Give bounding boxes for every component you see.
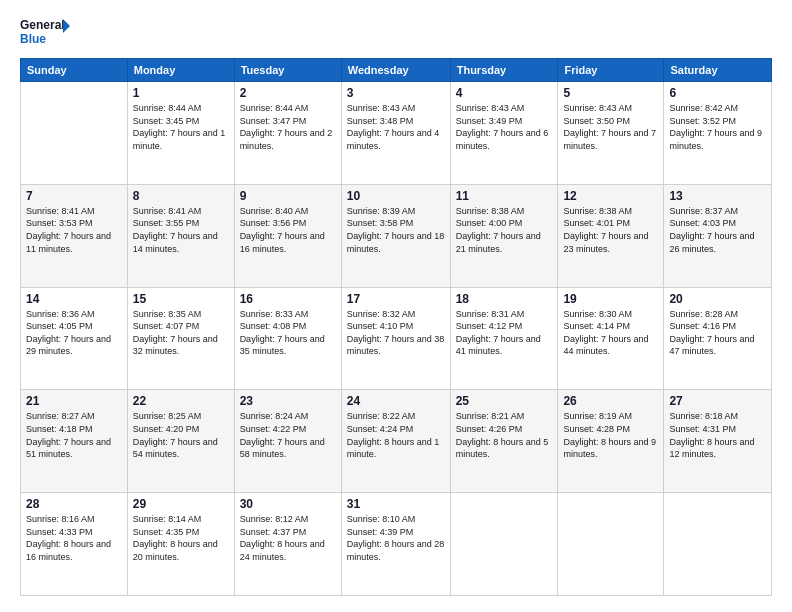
day-number: 15 <box>133 292 229 306</box>
day-number: 14 <box>26 292 122 306</box>
calendar-cell: 25Sunrise: 8:21 AMSunset: 4:26 PMDayligh… <box>450 390 558 493</box>
calendar-cell: 20Sunrise: 8:28 AMSunset: 4:16 PMDayligh… <box>664 287 772 390</box>
day-number: 16 <box>240 292 336 306</box>
day-number: 27 <box>669 394 766 408</box>
day-number: 3 <box>347 86 445 100</box>
week-row-4: 21Sunrise: 8:27 AMSunset: 4:18 PMDayligh… <box>21 390 772 493</box>
day-info: Sunrise: 8:32 AMSunset: 4:10 PMDaylight:… <box>347 308 445 358</box>
day-info: Sunrise: 8:21 AMSunset: 4:26 PMDaylight:… <box>456 410 553 460</box>
day-info: Sunrise: 8:33 AMSunset: 4:08 PMDaylight:… <box>240 308 336 358</box>
day-info: Sunrise: 8:25 AMSunset: 4:20 PMDaylight:… <box>133 410 229 460</box>
day-info: Sunrise: 8:44 AMSunset: 3:45 PMDaylight:… <box>133 102 229 152</box>
calendar-cell: 24Sunrise: 8:22 AMSunset: 4:24 PMDayligh… <box>341 390 450 493</box>
calendar-cell <box>21 82 128 185</box>
day-number: 20 <box>669 292 766 306</box>
day-number: 5 <box>563 86 658 100</box>
calendar-cell: 9Sunrise: 8:40 AMSunset: 3:56 PMDaylight… <box>234 184 341 287</box>
week-row-3: 14Sunrise: 8:36 AMSunset: 4:05 PMDayligh… <box>21 287 772 390</box>
calendar-cell: 3Sunrise: 8:43 AMSunset: 3:48 PMDaylight… <box>341 82 450 185</box>
calendar-cell <box>558 493 664 596</box>
day-number: 21 <box>26 394 122 408</box>
day-info: Sunrise: 8:40 AMSunset: 3:56 PMDaylight:… <box>240 205 336 255</box>
calendar-cell <box>664 493 772 596</box>
day-info: Sunrise: 8:31 AMSunset: 4:12 PMDaylight:… <box>456 308 553 358</box>
calendar-cell: 19Sunrise: 8:30 AMSunset: 4:14 PMDayligh… <box>558 287 664 390</box>
header: General Blue <box>20 16 772 48</box>
day-number: 23 <box>240 394 336 408</box>
svg-text:Blue: Blue <box>20 32 46 46</box>
week-row-2: 7Sunrise: 8:41 AMSunset: 3:53 PMDaylight… <box>21 184 772 287</box>
day-number: 11 <box>456 189 553 203</box>
calendar-cell <box>450 493 558 596</box>
day-number: 9 <box>240 189 336 203</box>
calendar-cell: 16Sunrise: 8:33 AMSunset: 4:08 PMDayligh… <box>234 287 341 390</box>
svg-marker-2 <box>63 19 70 33</box>
day-number: 13 <box>669 189 766 203</box>
day-number: 26 <box>563 394 658 408</box>
calendar-header-row: SundayMondayTuesdayWednesdayThursdayFrid… <box>21 59 772 82</box>
column-header-friday: Friday <box>558 59 664 82</box>
day-info: Sunrise: 8:30 AMSunset: 4:14 PMDaylight:… <box>563 308 658 358</box>
day-info: Sunrise: 8:41 AMSunset: 3:55 PMDaylight:… <box>133 205 229 255</box>
day-info: Sunrise: 8:27 AMSunset: 4:18 PMDaylight:… <box>26 410 122 460</box>
day-number: 24 <box>347 394 445 408</box>
column-header-sunday: Sunday <box>21 59 128 82</box>
day-number: 8 <box>133 189 229 203</box>
day-number: 7 <box>26 189 122 203</box>
day-info: Sunrise: 8:18 AMSunset: 4:31 PMDaylight:… <box>669 410 766 460</box>
day-info: Sunrise: 8:37 AMSunset: 4:03 PMDaylight:… <box>669 205 766 255</box>
calendar-cell: 29Sunrise: 8:14 AMSunset: 4:35 PMDayligh… <box>127 493 234 596</box>
calendar-cell: 13Sunrise: 8:37 AMSunset: 4:03 PMDayligh… <box>664 184 772 287</box>
calendar-cell: 22Sunrise: 8:25 AMSunset: 4:20 PMDayligh… <box>127 390 234 493</box>
day-number: 30 <box>240 497 336 511</box>
calendar-cell: 28Sunrise: 8:16 AMSunset: 4:33 PMDayligh… <box>21 493 128 596</box>
day-number: 10 <box>347 189 445 203</box>
calendar-cell: 11Sunrise: 8:38 AMSunset: 4:00 PMDayligh… <box>450 184 558 287</box>
column-header-monday: Monday <box>127 59 234 82</box>
column-header-tuesday: Tuesday <box>234 59 341 82</box>
day-info: Sunrise: 8:22 AMSunset: 4:24 PMDaylight:… <box>347 410 445 460</box>
calendar-cell: 12Sunrise: 8:38 AMSunset: 4:01 PMDayligh… <box>558 184 664 287</box>
calendar-cell: 21Sunrise: 8:27 AMSunset: 4:18 PMDayligh… <box>21 390 128 493</box>
calendar-cell: 6Sunrise: 8:42 AMSunset: 3:52 PMDaylight… <box>664 82 772 185</box>
day-number: 17 <box>347 292 445 306</box>
day-info: Sunrise: 8:43 AMSunset: 3:50 PMDaylight:… <box>563 102 658 152</box>
calendar-cell: 7Sunrise: 8:41 AMSunset: 3:53 PMDaylight… <box>21 184 128 287</box>
page: General Blue SundayMondayTuesdayWednesda… <box>0 0 792 612</box>
week-row-5: 28Sunrise: 8:16 AMSunset: 4:33 PMDayligh… <box>21 493 772 596</box>
day-number: 25 <box>456 394 553 408</box>
day-number: 29 <box>133 497 229 511</box>
calendar-cell: 14Sunrise: 8:36 AMSunset: 4:05 PMDayligh… <box>21 287 128 390</box>
logo-svg: General Blue <box>20 16 70 48</box>
calendar-cell: 17Sunrise: 8:32 AMSunset: 4:10 PMDayligh… <box>341 287 450 390</box>
calendar-cell: 15Sunrise: 8:35 AMSunset: 4:07 PMDayligh… <box>127 287 234 390</box>
day-info: Sunrise: 8:42 AMSunset: 3:52 PMDaylight:… <box>669 102 766 152</box>
calendar-cell: 26Sunrise: 8:19 AMSunset: 4:28 PMDayligh… <box>558 390 664 493</box>
calendar-cell: 30Sunrise: 8:12 AMSunset: 4:37 PMDayligh… <box>234 493 341 596</box>
day-number: 22 <box>133 394 229 408</box>
calendar-cell: 8Sunrise: 8:41 AMSunset: 3:55 PMDaylight… <box>127 184 234 287</box>
day-number: 2 <box>240 86 336 100</box>
day-info: Sunrise: 8:41 AMSunset: 3:53 PMDaylight:… <box>26 205 122 255</box>
day-info: Sunrise: 8:36 AMSunset: 4:05 PMDaylight:… <box>26 308 122 358</box>
calendar-cell: 27Sunrise: 8:18 AMSunset: 4:31 PMDayligh… <box>664 390 772 493</box>
day-number: 28 <box>26 497 122 511</box>
day-number: 31 <box>347 497 445 511</box>
calendar-cell: 2Sunrise: 8:44 AMSunset: 3:47 PMDaylight… <box>234 82 341 185</box>
column-header-thursday: Thursday <box>450 59 558 82</box>
day-info: Sunrise: 8:39 AMSunset: 3:58 PMDaylight:… <box>347 205 445 255</box>
svg-text:General: General <box>20 18 65 32</box>
calendar-cell: 1Sunrise: 8:44 AMSunset: 3:45 PMDaylight… <box>127 82 234 185</box>
day-info: Sunrise: 8:43 AMSunset: 3:48 PMDaylight:… <box>347 102 445 152</box>
day-info: Sunrise: 8:28 AMSunset: 4:16 PMDaylight:… <box>669 308 766 358</box>
day-info: Sunrise: 8:38 AMSunset: 4:01 PMDaylight:… <box>563 205 658 255</box>
calendar-table: SundayMondayTuesdayWednesdayThursdayFrid… <box>20 58 772 596</box>
day-info: Sunrise: 8:16 AMSunset: 4:33 PMDaylight:… <box>26 513 122 563</box>
day-info: Sunrise: 8:12 AMSunset: 4:37 PMDaylight:… <box>240 513 336 563</box>
day-info: Sunrise: 8:19 AMSunset: 4:28 PMDaylight:… <box>563 410 658 460</box>
day-info: Sunrise: 8:10 AMSunset: 4:39 PMDaylight:… <box>347 513 445 563</box>
logo: General Blue <box>20 16 70 48</box>
day-number: 6 <box>669 86 766 100</box>
day-number: 19 <box>563 292 658 306</box>
calendar-cell: 4Sunrise: 8:43 AMSunset: 3:49 PMDaylight… <box>450 82 558 185</box>
